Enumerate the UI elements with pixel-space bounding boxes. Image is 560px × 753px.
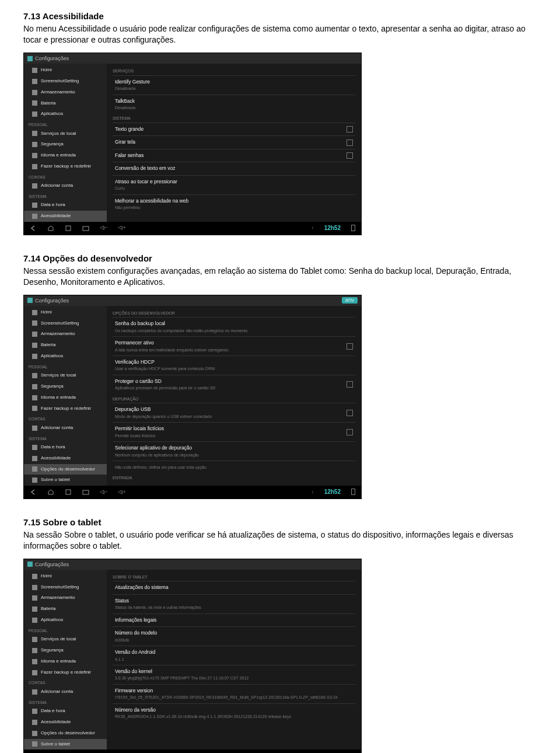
- section-heading-715: 7.15 Sobre o tablet: [23, 517, 537, 528]
- sidebar-item[interactable]: Aplicativos: [24, 615, 107, 626]
- sidebar-item[interactable]: Serviços de local: [24, 370, 107, 381]
- vol-down-icon[interactable]: ◁)−: [100, 225, 107, 231]
- sidebar-item[interactable]: Bateria: [24, 604, 107, 615]
- sidebar-item[interactable]: ScreenshotSetting: [24, 76, 107, 87]
- sidebar-item-icon: [32, 466, 37, 472]
- sidebar-item[interactable]: Fazer backup e redefinir: [24, 667, 107, 678]
- settings-row[interactable]: Falar senhas: [113, 149, 355, 162]
- settings-row[interactable]: Número do modelork30sdk: [113, 626, 355, 646]
- sidebar-item[interactable]: Hdmi: [24, 571, 107, 582]
- vol-up-icon[interactable]: ◁)+: [118, 225, 125, 231]
- sidebar-item[interactable]: ScreenshotSetting: [24, 582, 107, 593]
- sidebar-item[interactable]: Aplicativos: [24, 109, 107, 120]
- checkbox[interactable]: [346, 429, 353, 435]
- sidebar-item-label: Serviços de local: [41, 636, 76, 643]
- sidebar-item[interactable]: Opções do desenvolvedor: [24, 464, 107, 475]
- settings-icon: [27, 298, 33, 303]
- sidebar-item[interactable]: Armazenamento: [24, 592, 107, 604]
- settings-row[interactable]: StatusStatus da bateria, da rede e outra…: [113, 594, 355, 613]
- settings-row[interactable]: Versão do Android4.1.1: [113, 646, 355, 665]
- settings-row[interactable]: Atualizações do sistema: [113, 581, 355, 594]
- sidebar-item[interactable]: Data e hora: [24, 706, 107, 717]
- settings-row[interactable]: Não está definido; defina um para usar e…: [113, 461, 355, 473]
- sidebar-item-label: Serviços de local: [41, 131, 76, 137]
- back-icon[interactable]: [30, 225, 37, 232]
- settings-row[interactable]: Versão do kernel3.0.36 ykq@lpj761-n170 S…: [113, 665, 355, 684]
- settings-row[interactable]: TalkBackDesativada: [113, 95, 355, 114]
- sidebar-item[interactable]: Idioma e entrada: [24, 392, 107, 403]
- sidebar-item-label: Fazer backup e redefinir: [41, 670, 91, 676]
- checkbox[interactable]: [346, 126, 353, 133]
- sidebar-item[interactable]: Fazer backup e redefinir: [24, 403, 107, 414]
- sidebar-item[interactable]: Adicionar conta: [24, 686, 107, 698]
- sidebar-item[interactable]: ScreenshotSetting: [24, 318, 107, 329]
- settings-row[interactable]: Atraso ao tocar e pressionarCurto: [113, 175, 355, 194]
- sidebar-category: CONTAS: [24, 172, 107, 180]
- sidebar-item[interactable]: Fazer backup e redefinir: [24, 161, 107, 172]
- sidebar-item[interactable]: Idioma e entrada: [24, 150, 107, 161]
- home-icon[interactable]: [47, 225, 54, 232]
- section-body-714: Nessa sessão existem configurações avanç…: [23, 266, 537, 288]
- sidebar-item-label: Hdmi: [41, 67, 52, 74]
- home-icon[interactable]: [47, 489, 54, 496]
- sidebar-item[interactable]: Data e hora: [24, 200, 107, 211]
- sidebar-item[interactable]: Armazenamento: [24, 329, 107, 340]
- sidebar-item[interactable]: Idioma e entrada: [24, 656, 107, 667]
- sidebar-item[interactable]: Armazenamento: [24, 87, 107, 98]
- settings-row[interactable]: Girar tela: [113, 135, 355, 148]
- screenshot-icon[interactable]: [82, 489, 89, 496]
- sidebar-item[interactable]: Opções do desenvolvedor: [24, 728, 107, 739]
- recent-icon[interactable]: [65, 489, 72, 496]
- sidebar-item[interactable]: Bateria: [24, 340, 107, 351]
- sidebar-item[interactable]: Sobre o tablet: [24, 475, 107, 486]
- sidebar-item[interactable]: Segurança: [24, 381, 107, 392]
- sidebar-item[interactable]: Adicionar conta: [24, 180, 107, 191]
- navbar-clock: 12h52: [324, 224, 341, 232]
- section-body-715: Na sessão Sobre o tablet, o usuário pode…: [23, 529, 537, 552]
- dev-options-toggle[interactable]: ATIV: [342, 297, 358, 304]
- settings-row[interactable]: Selecionar aplicativo de depuraçãoNenhum…: [113, 441, 355, 461]
- settings-row[interactable]: Permitir locais fictíciosPermitir locais…: [113, 422, 355, 441]
- sidebar-item[interactable]: Serviços de local: [24, 128, 107, 140]
- sidebar-item[interactable]: Adicionar conta: [24, 423, 107, 434]
- screenshot-acessibilidade: Configurações HdmiScreenshotSettingArmaz…: [23, 53, 362, 235]
- sidebar-item[interactable]: Serviços de local: [24, 634, 107, 645]
- sidebar-item-icon: [32, 214, 37, 219]
- settings-content: SERVIÇOSIdentify GestureDesativadaTalkBa…: [107, 64, 361, 222]
- checkbox[interactable]: [346, 152, 353, 159]
- sidebar-item-icon: [32, 595, 37, 601]
- checkbox[interactable]: [346, 343, 353, 350]
- settings-row[interactable]: Texto grande: [113, 123, 355, 135]
- sidebar-item[interactable]: Segurança: [24, 645, 107, 656]
- sidebar-item[interactable]: Segurança: [24, 139, 107, 150]
- vol-up-icon[interactable]: ◁)+: [118, 489, 125, 496]
- settings-row[interactable]: Conversão de texto em voz: [113, 162, 355, 175]
- recent-icon[interactable]: [65, 225, 72, 232]
- screenshot-icon[interactable]: [82, 225, 89, 232]
- settings-row[interactable]: Número da versãoRK30_ANDROID4.1.1-SDK-v1…: [113, 703, 355, 723]
- sidebar-item[interactable]: Acessibilidade: [24, 717, 107, 728]
- settings-row[interactable]: Firmware versionI78159_Std_05_R76201_ATS…: [113, 684, 355, 703]
- sidebar-item[interactable]: Sobre o tablet: [24, 739, 107, 750]
- checkbox[interactable]: [346, 381, 353, 388]
- sidebar-item[interactable]: Hdmi: [24, 307, 107, 318]
- settings-row[interactable]: Depuração USBModo de depuração quando o …: [113, 403, 355, 422]
- sidebar-item[interactable]: Bateria: [24, 98, 107, 109]
- sidebar-item[interactable]: Acessibilidade: [24, 453, 107, 464]
- settings-row[interactable]: Permanecer ativoA tela nunca entra em in…: [113, 336, 355, 355]
- sidebar-item[interactable]: Acessibilidade: [24, 211, 107, 222]
- settings-row[interactable]: Informações legais: [113, 613, 355, 626]
- back-icon[interactable]: [30, 489, 37, 496]
- settings-row[interactable]: Proteger o cartão SDAplicativos precisam…: [113, 375, 355, 394]
- sidebar-item[interactable]: Data e hora: [24, 442, 107, 453]
- sidebar-item[interactable]: Hdmi: [24, 65, 107, 76]
- settings-row[interactable]: Verificação HDCPUsar a verificação HDCP …: [113, 355, 355, 375]
- settings-row[interactable]: Senha do backup localOs backups completo…: [113, 317, 355, 336]
- settings-row[interactable]: Identify GestureDesativada: [113, 75, 355, 95]
- settings-row[interactable]: Melhorar a acessibilidade na webNão perm…: [113, 194, 355, 214]
- row-subtitle: Aplicativos precisam de permissão para l…: [115, 385, 215, 391]
- sidebar-item[interactable]: Aplicativos: [24, 351, 107, 362]
- checkbox[interactable]: [346, 140, 353, 146]
- vol-down-icon[interactable]: ◁)−: [100, 489, 107, 496]
- checkbox[interactable]: [346, 410, 353, 416]
